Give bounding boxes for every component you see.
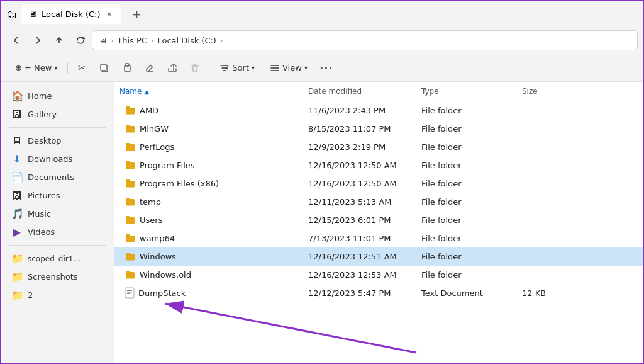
sidebar-item-gallery[interactable]: 🖼 Gallery [1,105,114,123]
copy-button[interactable] [94,58,114,78]
view-button[interactable]: View ▾ [264,58,314,78]
table-row[interactable]: DumpStack 12/12/2023 5:47 PM Text Docume… [114,284,643,302]
file-type-cell: File folder [416,266,517,283]
file-extra-cell [567,175,592,191]
file-name: Program Files [140,161,195,170]
col-header-size[interactable]: Size [517,84,567,98]
sort-button[interactable]: Sort ▾ [213,58,261,78]
sidebar-item-scoped[interactable]: 📁 scoped_dir1516l 📌 [1,249,114,268]
sidebar-item-downloads[interactable]: ⬇ Downloads 📌 [1,150,114,168]
file-extra-cell [567,248,592,264]
file-date-cell: 12/16/2023 12:50 AM [303,175,416,191]
sidebar-item-music[interactable]: 🎵 Music 📌 [1,205,114,223]
sidebar-item-videos[interactable]: ▶ Videos 📌 [1,223,114,241]
folder-icon [125,105,136,116]
file-date-cell: 12/16/2023 12:51 AM [303,248,416,264]
more-button[interactable]: ··· [316,58,336,78]
table-row[interactable]: Program Files 12/16/2023 12:50 AM File f… [114,156,643,174]
breadcrumb-local-disk[interactable]: Local Disk (C:) [157,36,216,45]
file-type: File folder [421,234,462,243]
rename-button[interactable] [140,58,160,78]
sidebar-item-folder2[interactable]: 📁 2 [1,286,114,304]
col-type-label: Type [421,87,439,96]
file-size-cell [517,212,567,228]
file-size-cell [517,175,567,191]
tab-close-button[interactable]: × [104,9,114,19]
file-name: wamp64 [140,234,175,243]
refresh-button[interactable] [70,30,91,50]
breadcrumb-this-pc[interactable]: This PC [117,36,147,45]
table-row[interactable]: AMD 11/6/2023 2:43 PM File folder [114,101,643,120]
new-plus-icon: ⊕ [15,63,22,72]
col-date-label: Date modified [308,87,362,96]
file-type: File folder [421,197,462,207]
table-row[interactable]: wamp64 7/13/2023 11:01 PM File folder [114,229,643,247]
table-row[interactable]: Windows.old 12/16/2023 12:53 AM File fol… [114,266,643,284]
col-header-name[interactable]: Name ▲ [114,84,303,98]
file-type: File folder [421,142,462,152]
sidebar-item-label-scoped: scoped_dir1516l [28,254,84,263]
home-icon: 🏠 [11,90,23,102]
file-date-cell: 12/12/2023 5:47 PM [303,285,416,301]
table-row[interactable]: Program Files (x86) 12/16/2023 12:50 AM … [114,174,643,193]
back-button[interactable] [6,30,26,50]
file-type-cell: File folder [416,212,517,228]
file-size-cell: 12 KB [517,285,567,301]
tab-local-disk[interactable]: 🖥 Local Disk (C:) × [21,4,121,24]
table-row[interactable]: PerfLogs 12/9/2023 2:19 PM File folder [114,138,643,156]
col-header-type[interactable]: Type [416,84,517,98]
file-extra-cell [567,285,592,301]
new-button[interactable]: ⊕ + New ▾ [9,58,64,78]
file-name: AMD [140,106,158,115]
sidebar-item-pictures[interactable]: 🖼 Pictures 📌 [1,186,114,205]
new-chevron: ▾ [54,64,57,71]
file-name: PerfLogs [140,142,174,152]
sidebar-item-documents[interactable]: 📄 Documents 📌 [1,168,114,186]
col-size-label: Size [522,87,538,96]
new-tab-button[interactable]: + [126,4,147,24]
file-size-cell [517,193,567,210]
forward-button[interactable] [28,30,48,50]
col-header-date[interactable]: Date modified [303,84,416,98]
file-date: 12/15/2023 6:01 PM [308,215,391,225]
sidebar-item-label-music: Music [28,209,51,219]
file-date: 12/11/2023 5:13 AM [308,197,392,207]
address-bar[interactable]: 🖥 › This PC › Local Disk (C:) › [92,30,638,50]
col-name-label: Name [119,87,142,96]
table-row[interactable]: temp 12/11/2023 5:13 AM File folder [114,193,643,211]
file-type-cell: File folder [416,120,517,137]
sidebar-item-home[interactable]: 🏠 Home [1,87,114,105]
up-button[interactable] [49,30,69,50]
view-chevron: ▾ [304,64,308,71]
table-row[interactable]: Users 12/15/2023 6:01 PM File folder [114,211,643,229]
file-extra-cell [567,212,592,228]
screenshots-icon: 📁 [11,271,23,283]
sidebar-divider-1 [9,127,106,128]
file-date: 8/15/2023 11:07 PM [308,124,391,134]
table-row[interactable]: MinGW 8/15/2023 11:07 PM File folder [114,120,643,138]
file-name: DumpStack [138,288,186,298]
sidebar-item-screenshots[interactable]: 📁 Screenshots [1,268,114,286]
file-type: File folder [421,124,462,134]
paste-button[interactable] [117,58,137,78]
sidebar-divider-2 [9,245,106,246]
sidebar-item-desktop[interactable]: 🖥 Desktop 📌 [1,132,114,150]
documents-icon: 📄 [11,171,23,183]
table-row[interactable]: Windows 12/16/2023 12:51 AM File folder [114,247,643,266]
share-button[interactable] [162,58,182,78]
delete-button[interactable] [185,58,205,78]
sidebar-item-label-home: Home [28,91,52,101]
folder-icon [125,141,136,152]
monitor-icon: 🖥 [99,36,107,45]
file-type-cell: File folder [416,139,517,155]
file-extra-cell [567,157,592,173]
file-size-cell [517,120,567,137]
scoped-icon: 📁 [11,253,23,264]
file-date: 12/16/2023 12:51 AM [308,252,397,261]
file-extra-cell [567,193,592,210]
folder-icon [125,123,136,134]
file-type: Text Document [421,288,483,298]
file-date-cell: 8/15/2023 11:07 PM [303,120,416,137]
file-extra-cell [567,120,592,137]
cut-button[interactable]: ✂ [72,58,92,78]
